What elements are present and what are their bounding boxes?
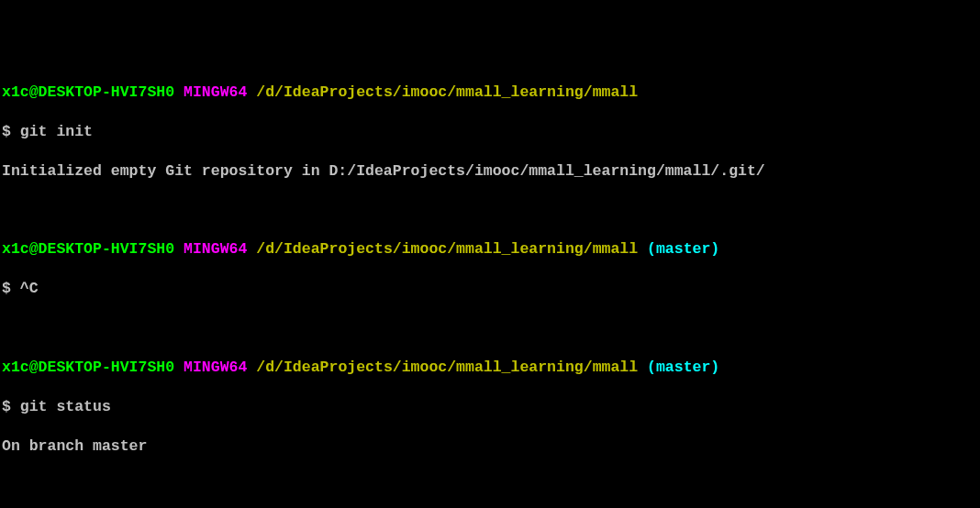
output-init: Initialized empty Git repository in D:/I… <box>2 161 978 181</box>
path: /d/IdeaProjects/imooc/mmall_learning/mma… <box>256 240 638 258</box>
shell-name: MINGW64 <box>184 83 247 101</box>
output-on-branch: On branch master <box>2 436 978 456</box>
command-line-3[interactable]: $ git status <box>2 397 978 416</box>
path: /d/IdeaProjects/imooc/mmall_learning/mma… <box>256 359 638 376</box>
path: /d/IdeaProjects/imooc/mmall_learning/mma… <box>256 83 638 101</box>
prompt-sigil: $ <box>2 280 11 297</box>
user-host: x1c@DESKTOP-HVI7SH0 <box>2 240 174 258</box>
cmd-git-status: git status <box>20 398 111 415</box>
prompt-line-2: x1c@DESKTOP-HVI7SH0 MINGW64 /d/IdeaProje… <box>2 239 978 259</box>
branch: (master) <box>647 359 719 376</box>
prompt-line-3: x1c@DESKTOP-HVI7SH0 MINGW64 /d/IdeaProje… <box>2 358 978 377</box>
prompt-sigil: $ <box>2 398 11 415</box>
blank-3 <box>2 476 978 495</box>
branch: (master) <box>647 240 719 258</box>
user-host: x1c@DESKTOP-HVI7SH0 <box>2 359 174 376</box>
command-line-2[interactable]: $ ^C <box>2 279 978 298</box>
command-line-1[interactable]: $ git init <box>2 122 978 141</box>
cmd-git-init: git init <box>20 123 93 140</box>
cmd-ctrl-c: ^C <box>20 280 39 297</box>
shell-name: MINGW64 <box>184 240 247 258</box>
prompt-line-1: x1c@DESKTOP-HVI7SH0 MINGW64 /d/IdeaProje… <box>2 83 978 102</box>
shell-name: MINGW64 <box>184 359 247 376</box>
user-host: x1c@DESKTOP-HVI7SH0 <box>2 83 174 101</box>
blank-2 <box>2 318 978 337</box>
prompt-sigil: $ <box>2 123 11 140</box>
blank-1 <box>2 200 978 219</box>
